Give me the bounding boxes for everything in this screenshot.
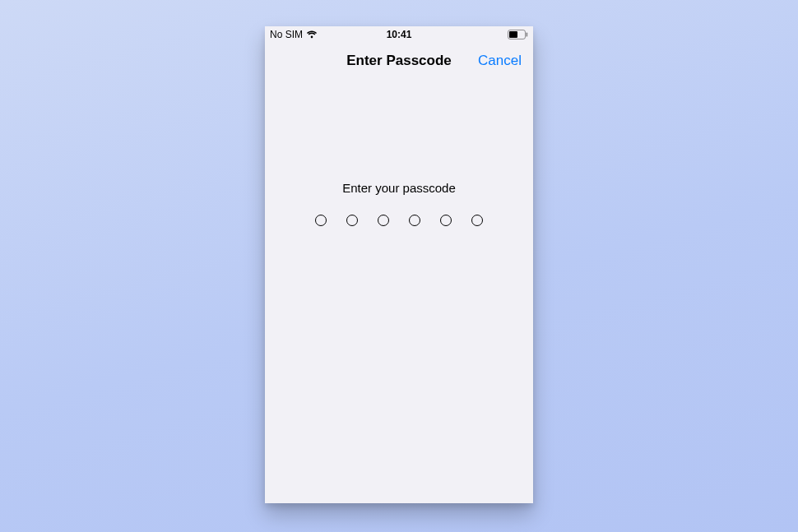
page-title: Enter Passcode bbox=[346, 53, 452, 69]
passcode-dot bbox=[471, 215, 483, 226]
passcode-dot bbox=[378, 215, 389, 226]
cancel-button[interactable]: Cancel bbox=[478, 53, 522, 69]
passcode-dot bbox=[315, 215, 327, 226]
battery-icon bbox=[508, 30, 528, 39]
status-bar: No SIM 10:41 bbox=[265, 26, 533, 43]
passcode-dot bbox=[440, 215, 452, 226]
phone-screen: No SIM 10:41 Enter Passcod bbox=[265, 26, 533, 503]
status-right bbox=[508, 30, 528, 39]
status-left: No SIM bbox=[270, 29, 318, 40]
nav-bar: Enter Passcode Cancel bbox=[265, 43, 533, 79]
passcode-content: Enter your passcode bbox=[265, 181, 533, 226]
passcode-dots[interactable] bbox=[265, 215, 533, 226]
svg-rect-1 bbox=[509, 31, 517, 38]
passcode-dot bbox=[346, 215, 358, 226]
svg-rect-2 bbox=[527, 33, 528, 37]
passcode-prompt: Enter your passcode bbox=[265, 181, 533, 195]
status-time: 10:41 bbox=[387, 29, 412, 40]
passcode-dot bbox=[409, 215, 420, 226]
carrier-label: No SIM bbox=[270, 29, 303, 40]
wifi-icon bbox=[306, 30, 318, 39]
